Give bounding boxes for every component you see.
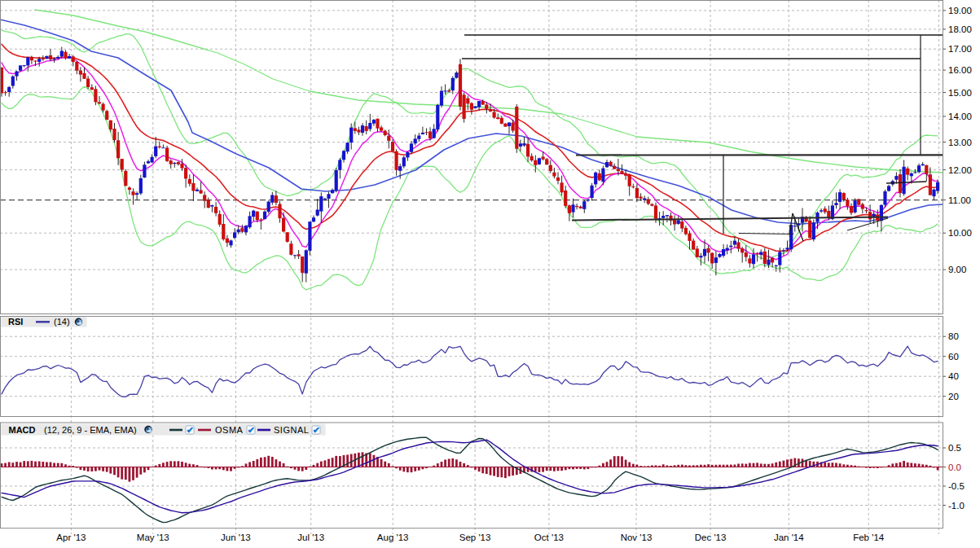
svg-text:16.00: 16.00 [948, 65, 972, 75]
svg-text:17.00: 17.00 [948, 44, 972, 54]
svg-text:0.5: 0.5 [948, 443, 961, 453]
svg-text:Aug '13: Aug '13 [377, 533, 409, 542]
svg-text:-0.5: -0.5 [948, 481, 965, 491]
svg-text:Jul '13: Jul '13 [297, 533, 324, 542]
svg-text:(14): (14) [54, 317, 70, 327]
svg-text:15.00: 15.00 [948, 88, 972, 98]
svg-text:-1.0: -1.0 [948, 501, 965, 511]
svg-text:(12, 26, 9 - EMA, EMA): (12, 26, 9 - EMA, EMA) [44, 425, 137, 435]
svg-text:9.00: 9.00 [948, 265, 966, 274]
svg-text:40: 40 [948, 371, 959, 381]
svg-text:14.00: 14.00 [948, 112, 972, 121]
svg-text:Feb '14: Feb '14 [853, 533, 885, 542]
svg-text:60: 60 [948, 352, 959, 362]
svg-text:May '13: May '13 [137, 533, 169, 542]
svg-text:11.00: 11.00 [948, 195, 971, 205]
svg-text:12.00: 12.00 [948, 165, 972, 175]
svg-text:✔: ✔ [313, 425, 320, 435]
svg-text:80: 80 [948, 331, 959, 341]
svg-text:20: 20 [948, 392, 959, 401]
svg-text:SIGNAL: SIGNAL [274, 425, 309, 435]
svg-text:✔: ✔ [187, 425, 194, 435]
svg-text:19.00: 19.00 [948, 6, 972, 15]
svg-text:0.0: 0.0 [948, 463, 961, 472]
svg-text:Oct '13: Oct '13 [534, 533, 564, 542]
svg-text:18.00: 18.00 [948, 24, 972, 34]
svg-text:RSI: RSI [8, 317, 23, 327]
svg-text:Jan '14: Jan '14 [774, 533, 804, 542]
svg-text:10.00: 10.00 [948, 228, 972, 238]
svg-text:MACD: MACD [9, 425, 36, 435]
svg-text:OSMA: OSMA [215, 425, 244, 435]
svg-text:✔: ✔ [248, 425, 255, 435]
svg-text:Sep '13: Sep '13 [459, 533, 491, 542]
svg-text:13.00: 13.00 [948, 138, 972, 147]
svg-text:Apr '13: Apr '13 [56, 533, 86, 542]
svg-text:Jun '13: Jun '13 [221, 533, 251, 542]
svg-text:Dec '13: Dec '13 [695, 533, 727, 542]
svg-text:Nov '13: Nov '13 [621, 533, 653, 542]
